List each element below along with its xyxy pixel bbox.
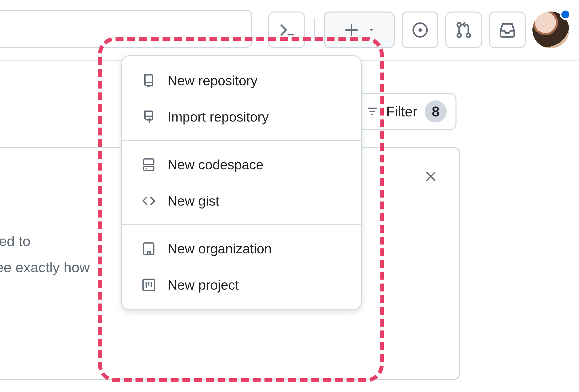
menu-item-label: Import repository: [168, 109, 269, 125]
pull-requests-button[interactable]: [445, 11, 482, 48]
menu-item-label: New organization: [168, 241, 272, 257]
triangle-down-icon: [366, 25, 376, 35]
notification-dot-icon: [560, 9, 571, 20]
svg-rect-5: [144, 159, 154, 165]
filter-count-badge: 8: [425, 100, 447, 123]
command-palette-icon: [278, 21, 296, 39]
search-input[interactable]: [0, 10, 252, 48]
user-avatar[interactable]: [532, 11, 569, 48]
git-pull-request-icon: [454, 21, 473, 39]
filter-button[interactable]: Filter 8: [356, 93, 456, 130]
menu-item-label: New codespace: [168, 157, 263, 173]
inbox-icon: [498, 21, 516, 39]
vertical-divider: [314, 18, 315, 42]
global-header: [0, 0, 579, 61]
svg-point-3: [457, 33, 461, 37]
svg-point-2: [457, 23, 461, 26]
codespaces-icon: [140, 157, 157, 172]
menu-item-new-project[interactable]: New project: [122, 267, 361, 303]
menu-separator: [122, 224, 361, 225]
create-new-button[interactable]: [324, 11, 395, 48]
command-palette-button[interactable]: [268, 11, 305, 48]
create-new-menu: New repository Import repository New cod…: [121, 55, 362, 310]
svg-point-1: [418, 28, 422, 32]
menu-item-label: New repository: [168, 73, 258, 88]
filter-icon: [365, 105, 379, 118]
menu-item-new-gist[interactable]: New gist: [122, 183, 361, 219]
repo-icon: [140, 73, 157, 88]
menu-item-label: New project: [168, 277, 239, 293]
menu-item-import-repository[interactable]: Import repository: [122, 99, 361, 135]
project-icon: [140, 277, 157, 293]
repo-push-icon: [140, 109, 157, 125]
menu-item-new-codespace[interactable]: New codespace: [122, 146, 361, 183]
organization-icon: [140, 241, 157, 256]
menu-separator: [122, 140, 361, 141]
plus-icon: [342, 21, 361, 39]
close-icon: [423, 169, 438, 184]
issues-button[interactable]: [402, 11, 438, 48]
card-close-button[interactable]: [423, 169, 438, 185]
svg-rect-6: [144, 167, 154, 171]
menu-item-label: New gist: [168, 193, 219, 209]
code-icon: [140, 193, 157, 208]
menu-item-new-organization[interactable]: New organization: [122, 231, 361, 267]
issue-opened-icon: [411, 21, 429, 39]
svg-point-4: [466, 33, 470, 37]
menu-item-new-repository[interactable]: New repository: [122, 63, 361, 99]
filter-label: Filter: [386, 103, 417, 120]
notifications-button[interactable]: [489, 11, 526, 48]
